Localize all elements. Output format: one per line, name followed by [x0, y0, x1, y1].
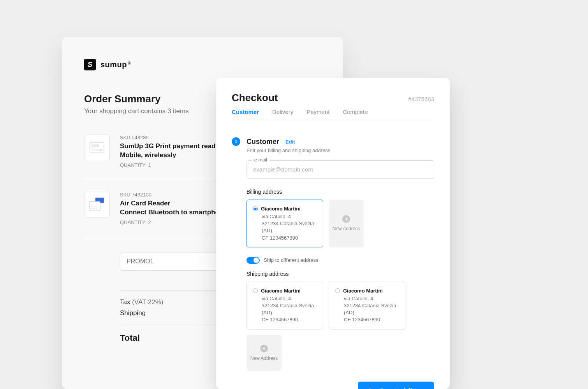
svg-rect-0: [90, 143, 104, 153]
brand-logo: S sumup®: [84, 59, 321, 70]
billing-section-label: Billing address: [246, 189, 434, 195]
item-name-line2: Connect Bluetooth to smartphone: [120, 208, 227, 217]
item-thumbnail: [84, 135, 110, 160]
new-address-label: New Address: [250, 356, 278, 361]
address-line: 321234 Catania Svezia (AD): [344, 302, 399, 316]
brand-name: sumup: [100, 60, 127, 69]
svg-rect-2: [92, 149, 93, 151]
billing-address-grid: Giacomo Martini via Catullo, 4 321234 Ca…: [246, 200, 434, 247]
address-line: CF 1234567890: [262, 235, 317, 242]
svg-rect-10: [95, 206, 97, 207]
tab-delivery[interactable]: Delivery: [272, 109, 293, 115]
vat-note: (VAT 22%): [132, 298, 163, 306]
card-reader-air-icon: [88, 197, 106, 212]
item-sku: SKU 543289: [120, 135, 222, 140]
svg-rect-13: [95, 208, 97, 209]
item-quantity: QUANTITY: 1: [120, 162, 222, 168]
address-name: Giacomo Martini: [261, 288, 301, 294]
checkout-step-customer: 1 Customer Edit Edit your billing and sh…: [232, 137, 434, 389]
radio-icon: [335, 288, 340, 293]
svg-rect-12: [93, 208, 95, 209]
tax-label: Tax: [120, 298, 130, 306]
item-name-line1: Air Card Reader: [120, 199, 227, 208]
email-label: e-mail: [252, 157, 269, 163]
svg-rect-11: [91, 208, 92, 209]
shipping-address-card[interactable]: Giacomo Martini via Catullo, 4 321234 Ca…: [246, 282, 323, 329]
order-id: #4375683: [408, 96, 434, 102]
new-billing-address-button[interactable]: + New Address: [329, 200, 364, 247]
item-name-line2: Mobile, wirelessly: [120, 151, 222, 160]
address-line: CF 1234567890: [262, 316, 317, 323]
continue-to-delivery-button[interactable]: Continue to delivery: [358, 382, 434, 389]
item-thumbnail: [84, 192, 110, 217]
item-sku: SKU 7432100: [120, 192, 227, 198]
plus-icon: +: [342, 215, 350, 223]
item-quantity: QUANTITY: 2: [120, 219, 227, 225]
svg-rect-7: [89, 202, 100, 211]
edit-link[interactable]: Edit: [285, 139, 295, 145]
email-input[interactable]: [246, 160, 434, 179]
tab-payment[interactable]: Payment: [306, 109, 329, 115]
shipping-address-grid: Giacomo Martini via Catullo, 4 321234 Ca…: [246, 282, 434, 371]
address-line: via Catullo, 4: [262, 213, 317, 220]
address-name: Giacomo Martini: [343, 288, 383, 294]
shipping-section-label: Shipping address: [246, 271, 434, 277]
checkout-card: Checkout #4375683 Customer Delivery Paym…: [216, 78, 450, 389]
step-badge: 1: [232, 137, 240, 146]
address-line: 321234 Catania Svezia (AD): [262, 220, 317, 234]
brand-mark-icon: S: [84, 59, 96, 70]
tab-customer[interactable]: Customer: [232, 109, 259, 115]
address-name: Giacomo Martini: [261, 206, 301, 212]
new-address-label: New Address: [333, 226, 360, 231]
email-field-wrap: e-mail: [246, 160, 434, 179]
billing-address-card[interactable]: Giacomo Martini via Catullo, 4 321234 Ca…: [246, 200, 323, 247]
plus-icon: +: [260, 345, 268, 352]
tab-complete[interactable]: Complete: [343, 109, 368, 115]
item-meta: SKU 7432100 Air Card Reader Connect Blue…: [120, 192, 227, 225]
item-name-line1: SumUp 3G Print payment reader: [120, 142, 222, 151]
card-reader-printer-icon: [88, 140, 106, 155]
svg-rect-4: [96, 149, 98, 151]
address-line: CF 1234567890: [344, 316, 399, 323]
step-title: Customer: [246, 138, 279, 146]
radio-icon: [253, 207, 258, 211]
ship-different-label: Ship to different address: [264, 257, 319, 263]
address-line: via Catullo, 4: [262, 295, 317, 302]
svg-rect-5: [99, 149, 102, 151]
svg-rect-1: [92, 144, 99, 147]
checkout-tabs: Customer Delivery Payment Complete: [232, 109, 434, 120]
checkout-title: Checkout: [232, 92, 278, 104]
address-line: 321234 Catania Svezia (AD): [262, 302, 317, 316]
address-line: via Catullo, 4: [344, 295, 399, 302]
svg-rect-9: [93, 206, 95, 207]
registered-mark: ®: [128, 61, 130, 65]
svg-rect-3: [94, 149, 95, 151]
svg-rect-8: [91, 206, 92, 207]
item-meta: SKU 543289 SumUp 3G Print payment reader…: [120, 135, 222, 168]
radio-icon: [253, 288, 258, 293]
shipping-label: Shipping: [120, 309, 146, 317]
shipping-address-card[interactable]: Giacomo Martini via Catullo, 4 321234 Ca…: [329, 282, 405, 329]
new-shipping-address-button[interactable]: + New Address: [246, 335, 282, 371]
step-description: Edit your billing and shipping address: [246, 147, 434, 153]
ship-different-toggle[interactable]: [246, 257, 260, 264]
